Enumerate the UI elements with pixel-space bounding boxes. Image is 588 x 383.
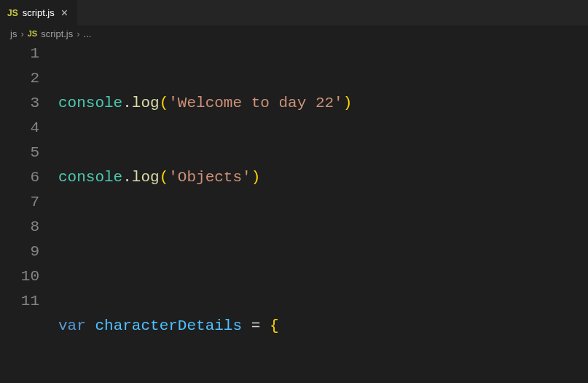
token-method: log	[132, 169, 160, 186]
code-area[interactable]: console.log('Welcome to day 22') console…	[57, 42, 588, 383]
token-punc: .	[122, 169, 132, 186]
chevron-right-icon: ›	[77, 28, 79, 39]
token-punc: .	[122, 95, 132, 111]
token-string: 'Objects'	[168, 169, 251, 186]
line-number: 2	[0, 66, 39, 91]
code-line[interactable]: console.log('Objects')	[58, 165, 588, 190]
js-file-icon: JS	[7, 8, 18, 18]
token-keyword: var	[58, 317, 86, 334]
token-paren: )	[251, 169, 261, 186]
token-variable: characterDetails	[95, 317, 242, 334]
token-object: console	[58, 169, 122, 186]
line-number-gutter: 1 2 3 4 5 6 7 8 9 10 11	[0, 42, 57, 383]
code-editor[interactable]: 1 2 3 4 5 6 7 8 9 10 11 console.log('Wel…	[0, 42, 588, 383]
token-method: log	[132, 95, 160, 111]
line-number: 3	[0, 91, 39, 116]
line-number: 6	[0, 165, 39, 190]
token-punc: =	[242, 317, 270, 334]
tab-filename: script.js	[23, 7, 55, 18]
chevron-right-icon: ›	[20, 28, 23, 39]
token-paren: (	[160, 169, 169, 186]
breadcrumb[interactable]: js › JS script.js › ...	[0, 25, 588, 42]
line-number: 11	[0, 289, 39, 314]
code-line[interactable]: console.log('Welcome to day 22')	[58, 91, 588, 116]
line-number: 1	[0, 42, 39, 66]
tab-bar: JS script.js ×	[0, 0, 588, 25]
tab-script-js[interactable]: JS script.js ×	[0, 0, 78, 25]
line-number: 8	[0, 215, 39, 240]
close-icon[interactable]: ×	[59, 6, 70, 20]
token-brace: {	[270, 317, 279, 334]
line-number: 4	[0, 116, 39, 141]
token-paren: )	[343, 95, 353, 111]
line-number: 9	[0, 240, 39, 264]
breadcrumb-file[interactable]: script.js	[41, 28, 73, 39]
js-file-icon: JS	[28, 29, 37, 38]
breadcrumb-folder[interactable]: js	[10, 28, 17, 39]
line-number: 5	[0, 141, 39, 165]
line-number: 7	[0, 190, 39, 215]
token-paren: (	[160, 95, 169, 111]
token-object: console	[58, 95, 122, 111]
breadcrumb-symbol[interactable]: ...	[84, 28, 92, 39]
code-line[interactable]	[58, 240, 588, 264]
line-number: 10	[0, 264, 39, 289]
token-string: 'Welcome to day 22'	[168, 95, 342, 111]
code-line[interactable]: var characterDetails = {	[58, 314, 588, 339]
